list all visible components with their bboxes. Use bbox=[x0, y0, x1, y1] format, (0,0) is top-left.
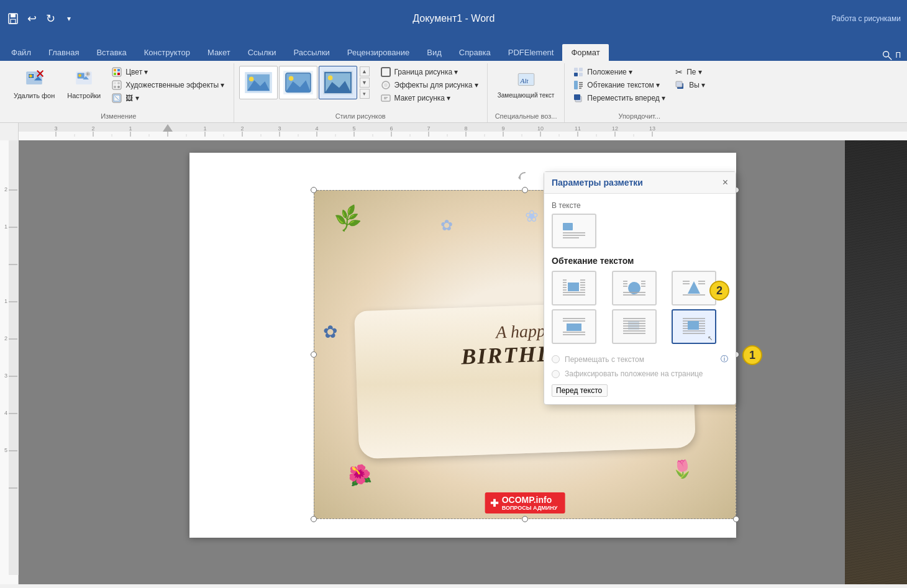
settings-button[interactable]: Настройки bbox=[62, 66, 106, 102]
handle-tl[interactable] bbox=[311, 187, 317, 193]
svg-point-40 bbox=[288, 76, 293, 81]
svg-point-28 bbox=[114, 86, 116, 88]
bring-forward-button[interactable]: Переместить вперед ▾ bbox=[570, 92, 669, 104]
ribbon-small-styles: Граница рисунка ▾ Эффекты для рисунка ▾ … bbox=[377, 66, 482, 104]
ribbon-group-special-content: Alt Замещающий текст bbox=[493, 63, 560, 111]
style-thumbnails: ▲ ▼ ▾ bbox=[239, 66, 370, 99]
style-scroll-up[interactable]: ▲ bbox=[360, 66, 370, 76]
svg-text:1: 1 bbox=[4, 224, 7, 230]
tab-design[interactable]: Конструктор bbox=[135, 44, 199, 62]
undo-icon[interactable]: ↩ bbox=[25, 12, 39, 25]
handle-tc[interactable] bbox=[522, 187, 528, 193]
svg-text:1: 1 bbox=[203, 125, 206, 132]
text-wrap-button[interactable]: Обтекание текстом ▾ bbox=[570, 79, 669, 91]
style-thumb-2[interactable] bbox=[279, 66, 317, 99]
tab-help[interactable]: Справка bbox=[450, 44, 499, 62]
alt-text-button[interactable]: Alt Замещающий текст bbox=[493, 66, 560, 102]
wrap-option-tight[interactable] bbox=[612, 271, 657, 305]
save-icon[interactable] bbox=[6, 12, 20, 25]
svg-text:8: 8 bbox=[464, 125, 467, 132]
svg-text:5: 5 bbox=[352, 125, 355, 132]
svg-rect-45 bbox=[381, 68, 390, 76]
wrap-option-infront[interactable]: ↖ bbox=[672, 309, 716, 344]
wrap-option-topbottom[interactable] bbox=[552, 309, 596, 344]
tab-review[interactable]: Рецензирование bbox=[339, 44, 418, 62]
position-button[interactable]: Положение ▾ bbox=[570, 66, 669, 78]
title-bar-left: ↩ ↻ ▾ bbox=[6, 12, 76, 25]
flower-top2: ❀ bbox=[525, 207, 539, 226]
move-with-text-radio[interactable] bbox=[552, 355, 560, 363]
effects-button[interactable]: Эффекты для рисунка ▾ bbox=[377, 79, 482, 91]
ribbon-group-styles-label: Стили рисунков bbox=[335, 111, 386, 122]
style-scroll-down[interactable]: ▼ bbox=[360, 78, 370, 88]
watermark-icon: ✚ bbox=[490, 497, 498, 509]
ocomp-watermark: ✚ OCOMP.info ВОПРОСЫ АДМИНУ bbox=[485, 492, 565, 513]
svg-rect-54 bbox=[579, 68, 583, 71]
watermark-text: OCOMP.info bbox=[502, 495, 558, 505]
svg-rect-141 bbox=[568, 283, 579, 291]
move-with-text-info[interactable]: ⓘ bbox=[721, 354, 728, 364]
art-effects-button[interactable]: Художественные эффекты ▾ bbox=[108, 79, 228, 91]
customize-icon[interactable]: ▾ bbox=[62, 12, 76, 25]
tab-view[interactable]: Вид bbox=[418, 44, 450, 62]
handle-bc[interactable] bbox=[522, 516, 528, 522]
main-area: 2 1 1 2 3 4 5 bbox=[0, 140, 907, 584]
tab-file[interactable]: Файл bbox=[2, 44, 40, 62]
rotate-handle[interactable] bbox=[518, 171, 532, 188]
style-scroll-more[interactable]: ▾ bbox=[360, 89, 370, 99]
wrap-option-behind[interactable] bbox=[612, 309, 657, 344]
ribbon-group-special-label: Специальные воз... bbox=[495, 111, 557, 122]
tab-pdfelement[interactable]: PDFElement bbox=[499, 44, 563, 62]
move-with-text-label: Перемещать с текстом bbox=[565, 355, 644, 364]
position-input-row bbox=[552, 384, 728, 397]
svg-rect-66 bbox=[19, 132, 907, 140]
handle-ml[interactable] bbox=[311, 351, 317, 358]
redo-icon[interactable]: ↻ bbox=[43, 12, 57, 25]
ribbon-group-arrange-content: Положение ▾ Обтекание текстом ▾ Перемест… bbox=[570, 63, 709, 111]
fix-position-radio[interactable] bbox=[552, 370, 560, 378]
color-button[interactable]: Цвет ▾ bbox=[108, 66, 228, 78]
border-button[interactable]: Граница рисунка ▾ bbox=[377, 66, 482, 78]
style-scroll: ▲ ▼ ▾ bbox=[360, 66, 370, 99]
ruler-area: // rendered inline as SVG text/lines 3 2… bbox=[0, 123, 907, 140]
style-thumb-3[interactable] bbox=[319, 66, 357, 99]
ribbon-group-styles-content: ▲ ▼ ▾ Граница рисунка ▾ Эффекты для рису… bbox=[239, 63, 482, 111]
svg-text:10: 10 bbox=[537, 125, 544, 132]
inline-option[interactable] bbox=[552, 214, 596, 248]
inline-section-label: В тексте bbox=[552, 201, 728, 210]
crop-button[interactable]: ✂ Пе ▾ bbox=[672, 66, 709, 78]
wrap-option-square[interactable] bbox=[552, 271, 596, 305]
vertical-ruler: 2 1 1 2 3 4 5 bbox=[0, 140, 19, 584]
tab-insert[interactable]: Вставка bbox=[88, 44, 135, 62]
crop-label: Пе ▾ bbox=[686, 68, 702, 76]
tab-mailings[interactable]: Рассылки bbox=[285, 44, 338, 62]
ribbon-small-change: Цвет ▾ Художественные эффекты ▾ 🖼 ▾ bbox=[108, 66, 228, 104]
style-thumb-1[interactable] bbox=[239, 66, 278, 99]
svg-text:2: 2 bbox=[91, 125, 94, 132]
layout-panel-close-button[interactable]: × bbox=[722, 177, 728, 188]
handle-bl[interactable] bbox=[311, 516, 317, 522]
send-back-button[interactable]: Вы ▾ bbox=[672, 79, 709, 91]
svg-line-32 bbox=[115, 96, 119, 100]
remove-bg-button[interactable]: Удалить фон bbox=[9, 66, 60, 102]
position-input[interactable] bbox=[552, 384, 608, 397]
wrap-options-grid: ↖ bbox=[552, 271, 728, 344]
page: 🌿 🌸 🌺 🌷 ✿ ❀ ✿ A happy BIRTHDAY. bbox=[189, 153, 736, 538]
handle-br[interactable] bbox=[733, 516, 739, 522]
svg-text:5: 5 bbox=[4, 447, 7, 453]
remove-bg-icon bbox=[23, 68, 45, 91]
tab-layout[interactable]: Макет bbox=[199, 44, 239, 62]
layout-panel: Параметры разметки × В тексте bbox=[544, 171, 736, 405]
tab-format[interactable]: Формат bbox=[562, 44, 608, 62]
tab-references[interactable]: Ссылки bbox=[239, 44, 285, 62]
svg-point-47 bbox=[384, 83, 388, 87]
ribbon-group-change: Удалить фон Настройки bbox=[4, 63, 234, 122]
svg-point-29 bbox=[117, 86, 120, 88]
picture-layout-button[interactable]: Макет рисунка ▾ bbox=[377, 92, 482, 104]
compress-button[interactable]: 🖼 ▾ bbox=[108, 92, 228, 104]
svg-point-36 bbox=[248, 77, 253, 82]
svg-text:2: 2 bbox=[240, 125, 244, 132]
ribbon-small-arrange: Положение ▾ Обтекание текстом ▾ Перемест… bbox=[570, 66, 669, 104]
tab-home[interactable]: Главная bbox=[40, 44, 88, 62]
svg-text:3: 3 bbox=[4, 373, 7, 379]
